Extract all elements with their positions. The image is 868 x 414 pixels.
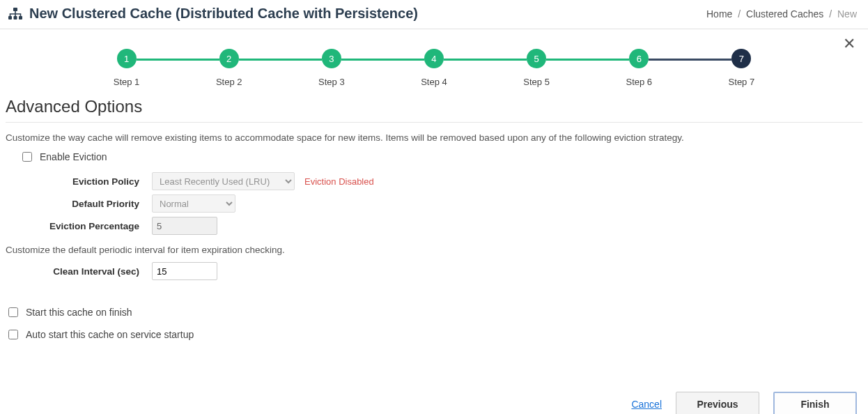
wizard-footer: Cancel Previous Finish [6, 350, 862, 414]
step-3[interactable]: 3 Step 3 [280, 49, 382, 87]
eviction-disabled-warning: Eviction Disabled [304, 176, 374, 187]
breadcrumb-home[interactable]: Home [706, 8, 732, 20]
cancel-link[interactable]: Cancel [631, 399, 662, 410]
page-header: New Clustered Cache (Distributed Cache w… [0, 0, 868, 29]
step-circle: 1 [117, 49, 137, 68]
section-title: Advanced Options [6, 94, 862, 122]
start-on-finish-label: Start this cache on finish [26, 307, 132, 318]
step-connector [649, 59, 731, 61]
step-connector [341, 59, 424, 61]
step-circle: 7 [731, 49, 751, 68]
svg-rect-3 [19, 16, 22, 20]
default-priority-row: Default Priority Normal [6, 194, 862, 213]
step-circle: 5 [527, 49, 546, 68]
clean-interval-label: Clean Interval (sec) [6, 266, 152, 277]
step-7[interactable]: 7 Step 7 [690, 49, 793, 87]
step-label: Step 6 [626, 77, 652, 87]
step-4[interactable]: 4 Step 4 [382, 49, 485, 87]
wizard-panel: ✕ 1 Step 1 2 Step 2 3 Step 3 4 Step 4 5 … [0, 29, 868, 414]
start-on-finish-row[interactable]: Start this cache on finish [6, 305, 862, 319]
sitemap-icon [8, 8, 22, 20]
eviction-description: Customize the way cache will remove exis… [6, 132, 862, 143]
step-label: Step 2 [216, 77, 242, 87]
step-label: Step 1 [114, 77, 140, 87]
svg-rect-1 [8, 16, 12, 20]
page-title: New Clustered Cache (Distributed Cache w… [29, 6, 418, 22]
eviction-policy-label: Eviction Policy [6, 176, 152, 187]
clean-interval-input[interactable] [152, 262, 217, 280]
eviction-percentage-row: Eviction Percentage [6, 217, 862, 235]
step-5[interactable]: 5 Step 5 [486, 49, 588, 87]
finish-button[interactable]: Finish [773, 392, 857, 414]
svg-rect-0 [13, 8, 17, 11]
eviction-policy-select[interactable]: Least Recently Used (LRU) [152, 172, 295, 190]
step-2[interactable]: 2 Step 2 [178, 49, 280, 87]
step-6[interactable]: 6 Step 6 [588, 49, 690, 87]
step-connector [137, 59, 219, 61]
auto-start-label: Auto start this cache on service startup [26, 329, 194, 340]
enable-eviction-row[interactable]: Enable Eviction [20, 150, 862, 164]
eviction-percentage-label: Eviction Percentage [6, 221, 152, 231]
default-priority-select[interactable]: Normal [152, 194, 235, 213]
default-priority-label: Default Priority [6, 199, 152, 209]
previous-button[interactable]: Previous [676, 392, 759, 414]
step-1[interactable]: 1 Step 1 [75, 49, 178, 87]
step-circle: 2 [219, 49, 239, 68]
header-left: New Clustered Cache (Distributed Cache w… [8, 6, 418, 22]
step-connector [546, 59, 629, 61]
clean-interval-description: Customize the default periodic interval … [6, 245, 862, 255]
auto-start-checkbox[interactable] [8, 330, 18, 339]
enable-eviction-label: Enable Eviction [40, 151, 107, 162]
eviction-percentage-input[interactable] [152, 217, 217, 235]
breadcrumb: Home / Clustered Caches / New [706, 8, 857, 20]
step-circle: 3 [322, 49, 341, 68]
step-circle: 6 [629, 49, 649, 68]
auto-start-row[interactable]: Auto start this cache on service startup [6, 328, 862, 342]
clean-interval-row: Clean Interval (sec) [6, 262, 862, 280]
step-circle: 4 [424, 49, 444, 68]
breadcrumb-sep: / [829, 8, 832, 20]
svg-rect-2 [14, 16, 17, 20]
step-label: Step 3 [318, 77, 345, 87]
breadcrumb-clustered-caches[interactable]: Clustered Caches [746, 8, 823, 20]
breadcrumb-sep: / [738, 8, 741, 20]
stepper: 1 Step 1 2 Step 2 3 Step 3 4 Step 4 5 St… [6, 29, 862, 94]
step-label: Step 7 [729, 77, 755, 87]
step-label: Step 4 [421, 77, 447, 87]
enable-eviction-checkbox[interactable] [22, 152, 32, 162]
breadcrumb-current: New [837, 8, 857, 20]
divider [6, 122, 862, 123]
step-label: Step 5 [523, 77, 550, 87]
start-on-finish-checkbox[interactable] [8, 307, 18, 317]
step-connector [444, 59, 527, 61]
step-connector [239, 59, 322, 61]
eviction-policy-row: Eviction Policy Least Recently Used (LRU… [6, 172, 862, 190]
